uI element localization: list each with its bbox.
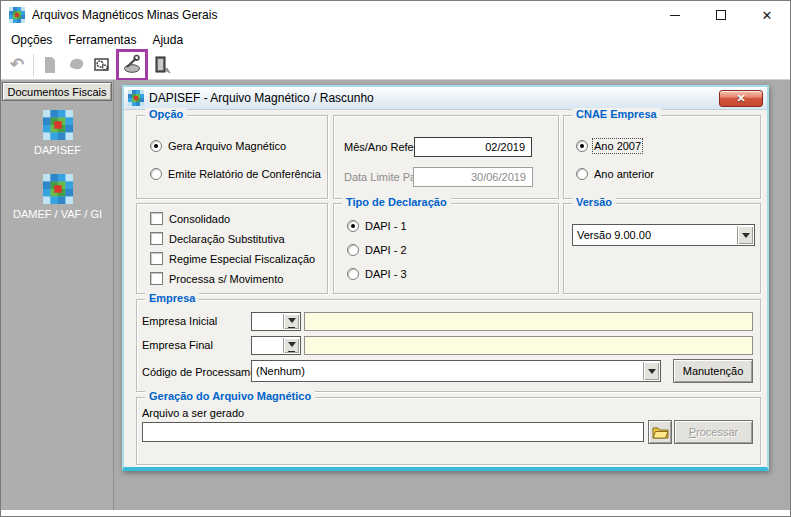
- process-gears-icon: [92, 55, 112, 75]
- radio-label: Gera Arquivo Magnético: [168, 140, 286, 152]
- codigo-processamento-dropdown[interactable]: (Nenhum): [251, 360, 661, 382]
- underline-mark: [288, 351, 295, 352]
- workspace: Documentos Fiscais DAPISEF DAMEF / VAF /…: [1, 80, 790, 510]
- radio-label: DAPI - 3: [365, 268, 407, 280]
- maximize-icon: [716, 10, 726, 20]
- process-button[interactable]: [89, 52, 115, 78]
- minimize-button[interactable]: [652, 1, 698, 29]
- checkbox-declaracao-substitutiva[interactable]: Declaração Substitutiva: [150, 232, 285, 245]
- group-versao-title: Versão: [572, 196, 616, 208]
- group-tipo-declaracao: Tipo de Declaração DAPI - 1 DAPI - 2 DAP…: [333, 203, 559, 294]
- versao-dropdown-value: Versão 9.00.00: [577, 229, 651, 241]
- group-empresa: Empresa Empresa Inicial Empresa Final: [136, 299, 761, 392]
- window-title: Arquivos Magnéticos Minas Gerais: [32, 8, 217, 22]
- radio-ano-anterior[interactable]: Ano anterior: [576, 168, 654, 180]
- sidebar-header-documentos-fiscais[interactable]: Documentos Fiscais: [2, 82, 112, 101]
- group-referencia: Mês/Ano Referência 02/2019 Data Limite P…: [333, 115, 559, 199]
- menu-ferramentas[interactable]: Ferramentas: [60, 31, 144, 49]
- radio-indicator: [150, 140, 162, 152]
- checkbox-indicator: [150, 212, 163, 225]
- radio-dapi-3[interactable]: DAPI - 3: [347, 268, 407, 280]
- checkbox-indicator: [150, 272, 163, 285]
- generate-file-button[interactable]: [119, 52, 145, 78]
- data-limite-pagamento-value: 30/06/2019: [471, 171, 526, 183]
- empresa-final-combo-arrow[interactable]: [283, 338, 299, 353]
- dialog-title: DAPISEF - Arquivo Magnético / Rascunho: [149, 91, 374, 105]
- annotation-highlight-box: [116, 49, 148, 81]
- exit-button[interactable]: [149, 52, 175, 78]
- group-opcao: Opção Gera Arquivo Magnético Emite Relat…: [136, 115, 328, 199]
- group-tipo-title: Tipo de Declaração: [342, 196, 451, 208]
- print-icon: [66, 55, 86, 75]
- radio-label: DAPI - 1: [365, 220, 407, 232]
- group-opcao-title: Opção: [145, 108, 187, 120]
- menu-opcoes[interactable]: Opções: [3, 31, 60, 49]
- dialog-body: Opção Gera Arquivo Magnético Emite Relat…: [124, 111, 767, 467]
- folder-open-icon: [652, 425, 669, 439]
- group-geracao: Geração do Arquivo Magnético Arquivo a s…: [136, 397, 761, 465]
- empresa-inicial-combo[interactable]: [251, 312, 301, 331]
- document-button[interactable]: [37, 52, 63, 78]
- versao-dropdown[interactable]: Versão 9.00.00: [572, 224, 755, 246]
- window-controls: ✕: [652, 1, 790, 29]
- empresa-final-label: Empresa Final: [142, 339, 213, 351]
- sidebar-item-label: DAPISEF: [34, 144, 81, 156]
- radio-emite-relatorio[interactable]: Emite Relatório de Conferência: [150, 168, 321, 180]
- codigo-processamento-value: (Nenhum): [256, 365, 305, 377]
- undo-button[interactable]: ↶: [4, 52, 30, 78]
- empresa-final-combo[interactable]: [251, 336, 301, 355]
- toolbar-separator: [33, 54, 34, 76]
- generate-file-icon: [121, 54, 143, 76]
- titlebar: Arquivos Magnéticos Minas Gerais ✕: [1, 1, 790, 29]
- undo-icon: ↶: [10, 56, 24, 73]
- close-icon: ✕: [762, 9, 773, 22]
- dialog-titlebar[interactable]: DAPISEF - Arquivo Magnético / Rascunho ✕: [124, 87, 767, 110]
- radio-label: Ano 2007: [594, 140, 641, 152]
- maximize-button[interactable]: [698, 1, 744, 29]
- sidebar-item-label: DAMEF / VAF / GI: [13, 208, 102, 220]
- radio-ano-2007[interactable]: Ano 2007: [576, 140, 641, 152]
- group-cnae-title: CNAE Empresa: [572, 108, 661, 120]
- radio-indicator: [150, 168, 162, 180]
- app-globe-icon: [9, 7, 25, 23]
- print-button[interactable]: [63, 52, 89, 78]
- dapisef-dialog: DAPISEF - Arquivo Magnético / Rascunho ✕…: [122, 85, 769, 471]
- group-versao: Versão Versão 9.00.00: [563, 203, 761, 294]
- dialog-globe-icon: [128, 90, 144, 106]
- dialog-close-button[interactable]: ✕: [719, 90, 763, 107]
- damef-globe-icon: [43, 174, 73, 204]
- sidebar-item-dapisef[interactable]: DAPISEF: [1, 110, 114, 156]
- manutencao-button[interactable]: Manutenção: [673, 359, 753, 383]
- checkbox-label: Declaração Substitutiva: [169, 233, 285, 245]
- radio-label: DAPI - 2: [365, 244, 407, 256]
- exit-door-icon: [152, 55, 172, 75]
- empresa-final-name-field[interactable]: [304, 336, 753, 355]
- radio-dapi-2[interactable]: DAPI - 2: [347, 244, 407, 256]
- checkbox-indicator: [150, 252, 163, 265]
- sidebar-item-damef-vaf-gi[interactable]: DAMEF / VAF / GI: [1, 174, 114, 220]
- arquivo-gerado-field[interactable]: [142, 422, 644, 442]
- radio-dapi-1[interactable]: DAPI - 1: [347, 220, 407, 232]
- versao-dropdown-arrow[interactable]: [737, 226, 753, 244]
- checkbox-processa-sem-movimento[interactable]: Processa s/ Movimento: [150, 272, 283, 285]
- processar-button-label: Processar: [689, 426, 739, 438]
- empresa-inicial-name-field[interactable]: [304, 312, 753, 331]
- radio-indicator: [576, 168, 588, 180]
- menu-ajuda[interactable]: Ajuda: [144, 31, 191, 49]
- chevron-down-icon: [742, 233, 750, 242]
- close-button[interactable]: ✕: [744, 1, 790, 29]
- mes-ano-referencia-field[interactable]: 02/2019: [414, 137, 532, 157]
- chevron-down-icon: [288, 318, 296, 327]
- chevron-down-icon: [648, 369, 656, 378]
- underline-mark: [288, 327, 295, 328]
- dialog-close-icon: ✕: [736, 93, 745, 104]
- radio-gera-arquivo-magnetico[interactable]: Gera Arquivo Magnético: [150, 140, 286, 152]
- codigo-processamento-arrow[interactable]: [643, 362, 659, 380]
- checkbox-consolidado[interactable]: Consolidado: [150, 212, 230, 225]
- processar-button[interactable]: Processar: [674, 420, 753, 444]
- empresa-inicial-combo-arrow[interactable]: [283, 314, 299, 329]
- radio-indicator: [576, 140, 588, 152]
- checkbox-regime-especial[interactable]: Regime Especial Fiscalização: [150, 252, 315, 265]
- browse-file-button[interactable]: [648, 420, 672, 444]
- checkbox-indicator: [150, 232, 163, 245]
